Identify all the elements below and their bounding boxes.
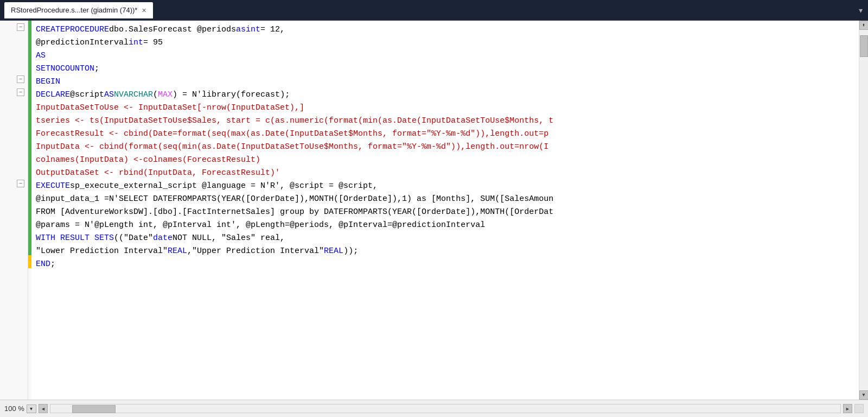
editor-container: −−−− CREATE PROCEDURE dbo.SalesForecast … bbox=[0, 21, 868, 400]
scroll-right-button[interactable]: ► bbox=[843, 404, 852, 413]
code-token: InputDataSetToUse <- InputDataSet[-nrow(… bbox=[36, 103, 304, 112]
code-token: AS bbox=[104, 90, 114, 99]
gutter-line bbox=[0, 151, 28, 164]
code-token: BEGIN bbox=[36, 77, 60, 86]
tab-dropdown-button[interactable]: ▾ bbox=[858, 4, 864, 16]
code-line: "Lower Prediction Interval" REAL,"Upper … bbox=[31, 244, 859, 257]
status-bar: 100 % ▾ ◄ ► bbox=[0, 400, 868, 417]
gutter-line bbox=[0, 255, 28, 268]
code-token: = 12, bbox=[260, 25, 285, 34]
scroll-down-button[interactable]: ▼ bbox=[859, 390, 869, 400]
gutter-line: − bbox=[0, 73, 28, 86]
gutter-line bbox=[0, 190, 28, 203]
scroll-h-thumb[interactable] bbox=[72, 405, 116, 413]
code-token: ,"Upper Prediction Interval" bbox=[187, 247, 324, 256]
code-line: FROM [AdventureWorksDW].[dbo].[FactInter… bbox=[31, 205, 859, 218]
gutter-line bbox=[0, 125, 28, 138]
code-token: WITH RESULT SETS bbox=[36, 233, 114, 243]
code-line: EXECUTE sp_execute_external_script @lang… bbox=[31, 179, 859, 192]
gutter-line bbox=[0, 281, 28, 294]
code-token: @script bbox=[70, 90, 104, 99]
code-token: EXECUTE bbox=[36, 181, 70, 191]
code-token: NVARCHAR bbox=[114, 90, 153, 99]
code-token: @input_data_1 =N'SELECT DATEFROMPARTS(YE… bbox=[36, 194, 553, 204]
collapse-button[interactable]: − bbox=[17, 23, 24, 31]
gutter-line bbox=[0, 112, 28, 125]
code-line: tseries <- ts(InputDataSetToUse$Sales, s… bbox=[31, 114, 859, 127]
code-line: WITH RESULT SETS (("Date" date NOT NULL,… bbox=[31, 231, 859, 244]
code-token: REAL bbox=[324, 247, 343, 256]
scroll-v-thumb[interactable] bbox=[860, 35, 868, 57]
code-line: DECLARE @script AS NVARCHAR (MAX) = N'li… bbox=[31, 88, 859, 101]
code-token: NOT NULL, "Sales" real, bbox=[173, 233, 285, 243]
zoom-level: 100 % bbox=[4, 405, 24, 413]
code-line: AS bbox=[31, 49, 859, 62]
collapse-button[interactable]: − bbox=[17, 89, 24, 96]
tab-label: RStoredProcedure.s...ter (giadmin (74))* bbox=[11, 6, 137, 14]
code-token: REAL bbox=[168, 247, 187, 256]
code-token: @predictionInterval bbox=[36, 38, 129, 47]
code-line bbox=[31, 283, 859, 296]
vertical-scrollbar[interactable]: ⬆ ▼ bbox=[859, 21, 868, 400]
code-token: AS bbox=[36, 51, 46, 60]
code-token: OutputDataSet <- rbind(InputData, Foreca… bbox=[36, 168, 280, 178]
code-token: int bbox=[129, 38, 143, 47]
code-token: tseries <- ts(InputDataSetToUse$Sales, s… bbox=[36, 116, 553, 125]
gutter-line bbox=[0, 216, 28, 229]
code-line: END; bbox=[31, 257, 859, 270]
code-token: ( bbox=[153, 90, 158, 99]
gutter-line bbox=[0, 138, 28, 151]
code-line: @params = N'@pLength int, @pInterval int… bbox=[31, 218, 859, 231]
code-token: date bbox=[153, 233, 173, 243]
title-bar: RStoredProcedure.s...ter (giadmin (74))*… bbox=[0, 0, 868, 21]
code-line: @input_data_1 =N'SELECT DATEFROMPARTS(YE… bbox=[31, 192, 859, 205]
gutter-line bbox=[0, 268, 28, 281]
gutter-line bbox=[0, 203, 28, 216]
code-token: = 95 bbox=[143, 38, 163, 47]
scroll-h-track[interactable] bbox=[50, 404, 841, 413]
code-token: CREATE bbox=[36, 25, 65, 34]
code-token: FROM [AdventureWorksDW].[dbo].[FactInter… bbox=[36, 207, 553, 217]
gutter-line bbox=[0, 34, 28, 47]
code-token: NOCOUNT bbox=[50, 64, 85, 73]
code-token: dbo.SalesForecast @periods bbox=[109, 25, 236, 34]
code-token: ; bbox=[50, 260, 55, 269]
scroll-v-track[interactable] bbox=[859, 30, 868, 390]
code-token: DECLARE bbox=[36, 90, 70, 99]
collapse-button[interactable]: − bbox=[17, 180, 24, 187]
editor-gutter: −−−− bbox=[0, 21, 28, 400]
code-line bbox=[31, 270, 859, 283]
gutter-line bbox=[0, 164, 28, 177]
code-line: @predictionInterval int = 95 bbox=[31, 36, 859, 49]
editor-tab[interactable]: RStoredProcedure.s...ter (giadmin (74))*… bbox=[4, 2, 153, 18]
code-token: "Lower Prediction Interval" bbox=[36, 247, 168, 256]
code-token: )); bbox=[343, 247, 358, 256]
collapse-button[interactable]: − bbox=[17, 75, 24, 83]
code-token: ) = N'library(forecast); bbox=[173, 90, 290, 99]
code-line: colnames(InputData) <-colnames(ForecastR… bbox=[31, 153, 859, 166]
zoom-dropdown[interactable]: ▾ bbox=[27, 405, 36, 413]
code-line: BEGIN bbox=[31, 75, 859, 88]
scroll-top-button[interactable]: ⬆ bbox=[859, 21, 869, 30]
scroll-corner bbox=[854, 404, 864, 413]
gutter-line: − bbox=[0, 177, 28, 190]
code-line: CREATE PROCEDURE dbo.SalesForecast @peri… bbox=[31, 23, 859, 36]
code-editor[interactable]: CREATE PROCEDURE dbo.SalesForecast @peri… bbox=[31, 21, 859, 400]
scroll-left-button[interactable]: ◄ bbox=[39, 404, 48, 413]
code-token: END bbox=[36, 260, 50, 269]
code-token: colnames(InputData) <-colnames(ForecastR… bbox=[36, 155, 260, 165]
code-line: SET NOCOUNT ON; bbox=[31, 62, 859, 75]
code-token: InputData <- cbind(format(seq(min(as.Dat… bbox=[36, 142, 548, 151]
gutter-line bbox=[0, 47, 28, 60]
code-token: ; bbox=[94, 64, 99, 73]
code-token: (("Date" bbox=[114, 233, 153, 243]
tab-close-button[interactable]: × bbox=[142, 6, 146, 15]
gutter-line bbox=[0, 229, 28, 242]
gutter-line: − bbox=[0, 86, 28, 99]
code-token: int bbox=[246, 25, 260, 34]
code-token: ForecastResult <- cbind(Date=format(seq(… bbox=[36, 129, 548, 138]
code-token: MAX bbox=[158, 90, 173, 99]
code-token: SET bbox=[36, 64, 50, 73]
gutter-line bbox=[0, 99, 28, 112]
code-token: as bbox=[236, 25, 246, 34]
